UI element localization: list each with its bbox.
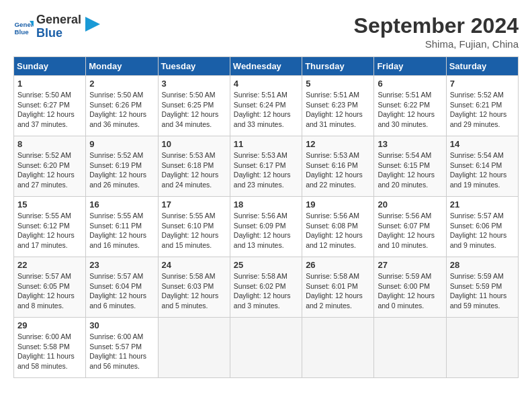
week-row-2: 8Sunrise: 5:52 AMSunset: 6:20 PMDaylight… [14,136,519,197]
logo-icon: General Blue [13,17,34,37]
calendar-cell: 15Sunrise: 5:55 AMSunset: 6:12 PMDayligh… [14,197,86,257]
day-info: Sunrise: 5:59 AM [378,271,442,281]
day-info: Daylight: 11 hours [17,351,82,361]
day-info: Daylight: 12 hours [17,230,82,240]
day-info: Daylight: 12 hours [162,109,226,120]
day-info: and 31 minutes. [306,120,370,130]
day-info: and 33 minutes. [234,120,298,130]
day-number: 18 [234,199,298,210]
day-info: Sunrise: 5:51 AM [378,90,442,100]
day-info: Daylight: 11 hours [89,351,154,361]
day-info: Daylight: 12 hours [378,291,442,301]
calendar-cell: 22Sunrise: 5:57 AMSunset: 6:05 PMDayligh… [14,257,86,318]
day-info: Sunset: 6:17 PM [234,161,298,171]
day-info: Sunset: 6:01 PM [306,281,370,291]
day-number: 28 [450,260,515,270]
day-info: Sunrise: 5:53 AM [162,150,226,161]
day-info: Sunrise: 6:00 AM [89,332,154,342]
day-info: and 58 minutes. [17,361,82,371]
day-number: 15 [17,199,82,210]
calendar-cell: 10Sunrise: 5:53 AMSunset: 6:18 PMDayligh… [158,136,230,197]
day-info: Sunrise: 5:56 AM [378,211,442,221]
day-info: Sunrise: 5:50 AM [17,90,82,100]
calendar-cell: 29Sunrise: 6:00 AMSunset: 5:58 PMDayligh… [14,318,86,378]
calendar-cell: 25Sunrise: 5:58 AMSunset: 6:02 PMDayligh… [230,257,302,318]
day-info: Daylight: 12 hours [17,170,82,180]
day-info: and 5 minutes. [162,301,226,311]
week-row-4: 22Sunrise: 5:57 AMSunset: 6:05 PMDayligh… [14,257,519,318]
day-info: Sunset: 6:10 PM [162,221,226,231]
logo: General Blue General Blue [13,13,100,40]
day-info: Daylight: 12 hours [234,291,298,301]
day-info: Sunrise: 5:59 AM [450,271,515,281]
day-info: Daylight: 12 hours [306,230,370,240]
day-info: Sunrise: 5:51 AM [306,90,370,100]
day-info: and 6 minutes. [89,301,154,311]
day-info: Sunset: 6:16 PM [306,161,370,171]
day-number: 20 [378,199,442,210]
day-info: Daylight: 12 hours [234,230,298,240]
day-number: 24 [162,260,226,270]
day-info: Daylight: 12 hours [89,291,154,301]
day-info: Sunset: 6:11 PM [89,221,154,231]
day-info: Sunrise: 5:52 AM [450,90,515,100]
day-info: Sunrise: 5:50 AM [89,90,154,100]
day-info: Daylight: 12 hours [162,170,226,180]
day-info: Daylight: 12 hours [378,170,442,180]
day-number: 21 [450,199,515,210]
day-number: 22 [17,260,82,270]
day-info: Sunrise: 5:51 AM [234,90,298,100]
day-info: Sunset: 6:00 PM [378,281,442,291]
day-info: Daylight: 12 hours [234,170,298,180]
day-info: Sunrise: 6:00 AM [17,332,82,342]
day-info: Sunset: 6:02 PM [234,281,298,291]
day-number: 5 [306,79,370,89]
day-info: and 34 minutes. [162,120,226,130]
day-info: Sunset: 6:03 PM [162,281,226,291]
day-info: and 0 minutes. [378,301,442,311]
calendar-cell: 26Sunrise: 5:58 AMSunset: 6:01 PMDayligh… [302,257,374,318]
day-info: Sunset: 6:24 PM [234,100,298,110]
day-info: Sunrise: 5:58 AM [306,271,370,281]
day-number: 11 [234,139,298,149]
day-info: Sunset: 6:25 PM [162,100,226,110]
calendar-cell: 19Sunrise: 5:56 AMSunset: 6:08 PMDayligh… [302,197,374,257]
calendar-header-row: SundayMondayTuesdayWednesdayThursdayFrid… [14,57,519,76]
calendar-cell [374,318,446,378]
day-info: Sunset: 6:12 PM [17,221,82,231]
day-info: Daylight: 12 hours [306,170,370,180]
day-info: Sunrise: 5:53 AM [306,150,370,161]
week-row-1: 1Sunrise: 5:50 AMSunset: 6:27 PMDaylight… [14,76,519,136]
calendar-cell: 4Sunrise: 5:51 AMSunset: 6:24 PMDaylight… [230,76,302,136]
day-info: Sunset: 6:04 PM [89,281,154,291]
day-number: 7 [450,79,515,89]
day-number: 10 [162,139,226,149]
day-info: and 24 minutes. [162,180,226,190]
day-info: and 17 minutes. [17,240,82,250]
day-info: and 10 minutes. [378,240,442,250]
day-info: and 36 minutes. [89,120,154,130]
calendar-cell: 11Sunrise: 5:53 AMSunset: 6:17 PMDayligh… [230,136,302,197]
calendar-cell: 18Sunrise: 5:56 AMSunset: 6:09 PMDayligh… [230,197,302,257]
day-info: Daylight: 12 hours [450,230,515,240]
day-info: and 30 minutes. [378,120,442,130]
day-info: Sunset: 6:19 PM [89,161,154,171]
day-number: 26 [306,260,370,270]
calendar-table: SundayMondayTuesdayWednesdayThursdayFrid… [13,56,519,378]
col-header-monday: Monday [86,57,158,76]
calendar-cell: 12Sunrise: 5:53 AMSunset: 6:16 PMDayligh… [302,136,374,197]
month-title: September 2024 [354,13,519,38]
col-header-thursday: Thursday [302,57,374,76]
day-info: Sunset: 6:23 PM [306,100,370,110]
day-info: Sunset: 6:20 PM [17,161,82,171]
day-info: and 19 minutes. [450,180,515,190]
day-number: 6 [378,79,442,89]
day-info: Daylight: 12 hours [17,291,82,301]
day-info: and 13 minutes. [234,240,298,250]
day-info: Sunrise: 5:54 AM [450,150,515,161]
calendar-cell: 16Sunrise: 5:55 AMSunset: 6:11 PMDayligh… [86,197,158,257]
day-info: Daylight: 12 hours [306,109,370,120]
day-number: 30 [89,320,154,330]
day-info: Sunset: 6:05 PM [17,281,82,291]
page-header: General Blue General Blue September 2024… [13,13,519,50]
